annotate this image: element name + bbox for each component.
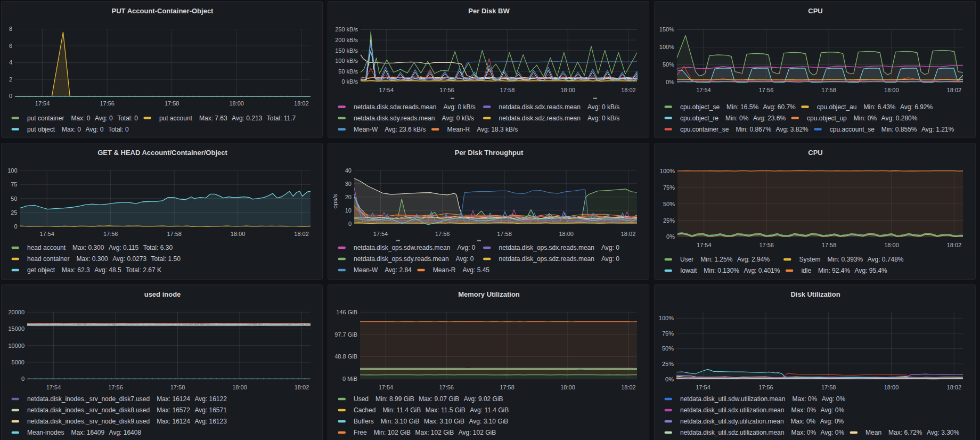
- svg-text:netdata.disk_ops.sdw.reads.mea: netdata.disk_ops.sdw.reads.mean: [354, 244, 450, 251]
- svg-text:Avg: 0.115: Avg: 0.115: [109, 244, 139, 251]
- svg-text:Free: Free: [354, 429, 367, 436]
- svg-text:20: 20: [345, 194, 352, 200]
- svg-text:100: 100: [7, 167, 17, 174]
- svg-text:75%: 75%: [663, 184, 675, 191]
- svg-text:Min: 16.5%: Min: 16.5%: [726, 103, 758, 111]
- svg-text:100 kB/s: 100 kB/s: [335, 58, 358, 64]
- svg-text:Iowait: Iowait: [680, 267, 697, 274]
- svg-text:Buffers: Buffers: [354, 418, 374, 425]
- svg-text:Avg: 0.280%: Avg: 0.280%: [881, 115, 918, 122]
- svg-text:Max: 0.300: Max: 0.300: [72, 244, 104, 251]
- svg-text:Avg: 0: Avg: 0: [601, 244, 619, 251]
- svg-text:0: 0: [348, 221, 352, 227]
- svg-text:17:56: 17:56: [759, 242, 774, 248]
- svg-text:Max: 11.5 GiB: Max: 11.5 GiB: [426, 406, 466, 414]
- svg-text:0%: 0%: [666, 233, 675, 240]
- svg-text:17:54: 17:54: [39, 231, 54, 237]
- svg-text:0: 0: [9, 93, 12, 99]
- svg-text:Max: 3.10 GiB: Max: 3.10 GiB: [424, 418, 464, 425]
- svg-text:17:54: 17:54: [379, 87, 394, 93]
- svg-text:Min: 0.855%: Min: 0.855%: [881, 126, 917, 133]
- svg-text:17:54: 17:54: [379, 384, 394, 390]
- svg-text:head container: head container: [27, 255, 69, 263]
- svg-text:Avg: 18.3 kB/s: Avg: 18.3 kB/s: [477, 126, 518, 133]
- svg-text:Max: 0.300: Max: 0.300: [76, 255, 108, 263]
- svg-text:25%: 25%: [662, 361, 674, 367]
- svg-text:Avg: 0.213: Avg: 0.213: [232, 115, 262, 122]
- svg-text:get object: get object: [27, 266, 55, 274]
- svg-text:User: User: [680, 256, 693, 263]
- svg-text:CPU: CPU: [808, 7, 822, 15]
- svg-text:Avg: 2.94%: Avg: 2.94%: [737, 256, 770, 263]
- svg-text:18:02: 18:02: [947, 87, 962, 93]
- svg-text:18:00: 18:00: [560, 384, 575, 390]
- svg-text:Avg: 0 kB/s: Avg: 0 kB/s: [587, 115, 619, 122]
- svg-text:Avg: 3.30%: Avg: 3.30%: [927, 429, 959, 436]
- svg-text:Memory Utilization: Memory Utilization: [458, 290, 520, 298]
- svg-text:17:54: 17:54: [696, 384, 710, 390]
- svg-text:48.8 GiB: 48.8 GiB: [334, 353, 357, 360]
- svg-text:0%: 0%: [665, 376, 674, 382]
- svg-text:250 kB/s: 250 kB/s: [335, 26, 358, 32]
- svg-text:17:54: 17:54: [46, 384, 61, 390]
- svg-text:17:58: 17:58: [822, 242, 837, 248]
- svg-text:Avg: 0: Avg: 0: [86, 126, 104, 133]
- svg-text:cpu.object_se: cpu.object_se: [680, 103, 720, 111]
- svg-text:Avg: 0: Avg: 0: [458, 244, 476, 251]
- svg-text:Avg: 0: Avg: 0: [95, 115, 113, 122]
- svg-text:Avg: 0.748%: Avg: 0.748%: [868, 256, 904, 263]
- svg-text:Avg: 95.4%: Avg: 95.4%: [855, 267, 887, 274]
- svg-text:Min: 0.393%: Min: 0.393%: [828, 256, 863, 263]
- svg-text:20000: 20000: [8, 309, 24, 315]
- svg-text:Avg: 23.6%: Avg: 23.6%: [753, 115, 786, 122]
- svg-text:0: 0: [14, 223, 17, 230]
- svg-text:Avg: 1.21%: Avg: 1.21%: [921, 126, 954, 133]
- svg-text:17:54: 17:54: [697, 242, 712, 248]
- svg-text:Max: 16124: Max: 16124: [157, 418, 190, 425]
- svg-text:0: 0: [21, 376, 24, 382]
- svg-text:17:56: 17:56: [435, 231, 450, 237]
- svg-text:146 GiB: 146 GiB: [336, 309, 357, 315]
- svg-text:cpu.account_se: cpu.account_se: [830, 126, 875, 133]
- svg-text:4: 4: [9, 59, 12, 66]
- svg-text:Mean-inodes: Mean-inodes: [27, 429, 64, 436]
- svg-text:netdata.disk_inodes._srv_node_: netdata.disk_inodes._srv_node_disk9.used: [27, 418, 150, 425]
- svg-text:0 MiB: 0 MiB: [342, 376, 357, 382]
- svg-text:PUT Account-Container-Object: PUT Account-Container-Object: [112, 7, 214, 15]
- svg-text:Avg: 2.84: Avg: 2.84: [385, 266, 412, 274]
- svg-text:Max: 7.63: Max: 7.63: [199, 115, 227, 122]
- svg-text:18:02: 18:02: [621, 384, 636, 390]
- svg-text:cpu.object_re: cpu.object_re: [680, 115, 718, 122]
- svg-text:Avg: 0.401%: Avg: 0.401%: [744, 267, 780, 274]
- svg-text:17:56: 17:56: [439, 87, 454, 93]
- svg-text:Avg: 60.7%: Avg: 60.7%: [763, 103, 796, 111]
- svg-text:18:02: 18:02: [294, 231, 309, 237]
- svg-text:Mean-R: Mean-R: [447, 126, 470, 133]
- svg-text:Avg: 16122: Avg: 16122: [194, 395, 227, 403]
- svg-text:17:56: 17:56: [108, 384, 123, 390]
- svg-text:Max: 0: Max: 0: [62, 126, 81, 133]
- svg-text:Total: 11.7: Total: 11.7: [267, 115, 296, 122]
- svg-text:Avg: 6.92%: Avg: 6.92%: [900, 103, 933, 111]
- svg-text:2: 2: [9, 76, 12, 83]
- svg-text:Total: 0: Total: 0: [108, 126, 129, 133]
- svg-text:Max: 0%: Max: 0%: [791, 406, 816, 414]
- svg-text:put object: put object: [27, 126, 55, 133]
- svg-text:18:02: 18:02: [947, 242, 962, 248]
- svg-text:ops/s: ops/s: [332, 194, 338, 209]
- svg-text:Avg: 0 kB/s: Avg: 0 kB/s: [443, 103, 475, 111]
- svg-text:netdata.disk_util.sdx.utilizat: netdata.disk_util.sdx.utilization.mean: [680, 406, 784, 414]
- svg-text:25: 25: [11, 209, 17, 216]
- svg-text:GET & HEAD Account/Container/O: GET & HEAD Account/Container/Object: [97, 149, 227, 157]
- svg-text:17:58: 17:58: [167, 231, 182, 237]
- svg-text:17:56: 17:56: [100, 100, 115, 107]
- svg-text:18:00: 18:00: [559, 231, 574, 237]
- svg-text:Max: 6.72%: Max: 6.72%: [888, 429, 922, 436]
- svg-text:18:00: 18:00: [231, 231, 246, 237]
- svg-text:75: 75: [11, 181, 17, 188]
- svg-text:Max: 0%: Max: 0%: [791, 418, 816, 425]
- svg-text:100%: 100%: [659, 315, 674, 321]
- svg-text:Min: 0%: Min: 0%: [854, 115, 877, 122]
- svg-text:Max: 0%: Max: 0%: [791, 429, 816, 436]
- svg-text:Avg: 102 GiB: Avg: 102 GiB: [459, 429, 496, 436]
